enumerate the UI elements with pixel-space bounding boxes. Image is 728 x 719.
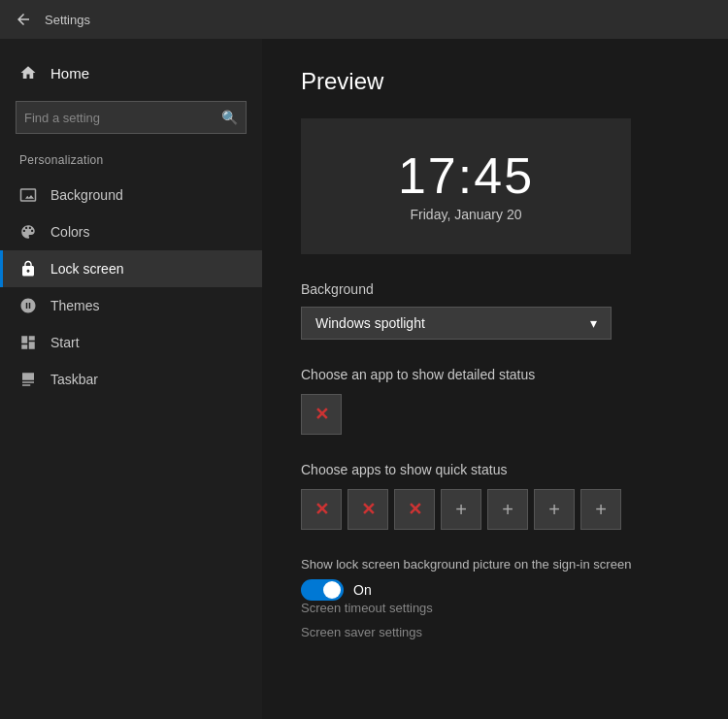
background-dropdown[interactable]: Windows spotlight ▾: [301, 307, 612, 340]
screen-saver-link[interactable]: Screen saver settings: [301, 625, 689, 639]
sign-in-toggle-section: Show lock screen background picture on t…: [301, 557, 689, 601]
search-icon: 🔍: [221, 110, 238, 125]
quick-slot-1[interactable]: ✕: [301, 489, 342, 530]
toggle-state-label: On: [353, 582, 372, 598]
sidebar-item-colors-label: Colors: [50, 224, 89, 240]
screen-timeout-link[interactable]: Screen timeout settings: [301, 601, 689, 615]
preview-area: 17:45 Friday, January 20: [301, 118, 631, 254]
quick-slot-2[interactable]: ✕: [347, 489, 388, 530]
quick-slot-4[interactable]: +: [441, 489, 481, 530]
quick-status-label: Choose apps to show quick status: [301, 462, 689, 477]
background-dropdown-value: Windows spotlight: [315, 315, 425, 331]
sidebar-item-start[interactable]: Start: [0, 324, 262, 361]
remove-icon-1: ✕: [314, 499, 329, 520]
detailed-status-slots: ✕: [301, 394, 689, 435]
sidebar-item-themes[interactable]: Themes: [0, 287, 262, 324]
add-icon-1: +: [455, 499, 467, 521]
content-area: Preview 17:45 Friday, January 20 Backgro…: [262, 39, 728, 719]
clock-date: Friday, January 20: [411, 207, 522, 222]
remove-icon: ✕: [314, 404, 329, 425]
back-button[interactable]: [12, 8, 35, 31]
sidebar-item-taskbar-label: Taskbar: [50, 372, 98, 387]
sidebar-item-background[interactable]: Background: [0, 177, 262, 213]
search-bar[interactable]: 🔍: [16, 101, 247, 134]
search-input[interactable]: [24, 111, 221, 125]
detailed-status-label: Choose an app to show detailed status: [301, 367, 689, 382]
main-layout: Home 🔍 Personalization Background Colors: [0, 39, 728, 719]
sidebar: Home 🔍 Personalization Background Colors: [0, 39, 262, 719]
sidebar-home[interactable]: Home: [0, 54, 262, 91]
quick-status-slots: ✕ ✕ ✕ + + + +: [301, 489, 689, 530]
sidebar-home-label: Home: [50, 65, 89, 82]
sidebar-item-themes-label: Themes: [50, 298, 100, 313]
toggle-container: On: [301, 579, 689, 601]
chevron-down-icon: ▾: [590, 315, 597, 331]
sidebar-item-taskbar[interactable]: Taskbar: [0, 361, 262, 398]
sidebar-item-colors[interactable]: Colors: [0, 213, 262, 250]
sidebar-item-start-label: Start: [50, 335, 80, 350]
page-title: Preview: [301, 68, 689, 95]
personalization-label: Personalization: [0, 149, 262, 177]
titlebar: Settings: [0, 0, 728, 39]
remove-icon-3: ✕: [408, 499, 422, 520]
sign-in-label: Show lock screen background picture on t…: [301, 557, 689, 572]
add-icon-3: +: [548, 499, 560, 521]
sidebar-item-lock-screen[interactable]: Lock screen: [0, 250, 262, 287]
remove-icon-2: ✕: [361, 499, 376, 520]
quick-slot-3[interactable]: ✕: [394, 489, 435, 530]
quick-slot-5[interactable]: +: [487, 489, 528, 530]
detailed-status-slot-1[interactable]: ✕: [301, 394, 342, 435]
quick-slot-6[interactable]: +: [534, 489, 575, 530]
quick-slot-7[interactable]: +: [580, 489, 621, 530]
add-icon-4: +: [595, 499, 607, 521]
titlebar-title: Settings: [45, 13, 90, 27]
sign-in-toggle[interactable]: [301, 579, 344, 601]
toggle-thumb: [323, 581, 341, 599]
sidebar-item-lock-screen-label: Lock screen: [50, 261, 123, 277]
background-section-label: Background: [301, 281, 689, 297]
clock-time: 17:45: [398, 150, 534, 201]
add-icon-2: +: [502, 499, 513, 521]
sidebar-item-background-label: Background: [50, 187, 123, 203]
